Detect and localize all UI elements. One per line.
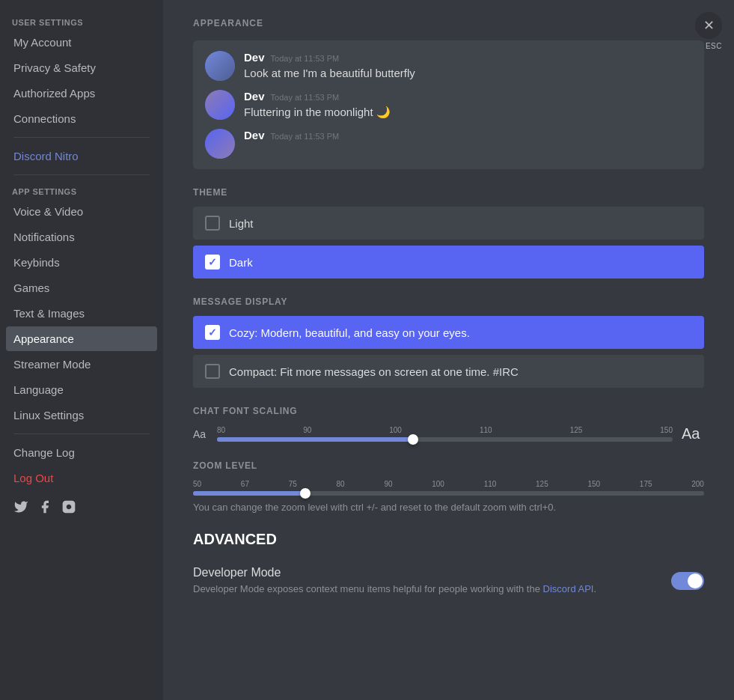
message-header-2: Dev Today at 11:53 PM xyxy=(244,90,692,103)
facebook-icon[interactable] xyxy=(37,499,52,514)
sidebar-divider-3 xyxy=(13,433,150,434)
message-author-1: Dev xyxy=(244,51,265,64)
sidebar-item-voice-video[interactable]: Voice & Video xyxy=(6,199,157,224)
page-title: APPEARANCE xyxy=(193,18,704,28)
chat-message-2: Dev Today at 11:53 PM Fluttering in the … xyxy=(193,85,704,124)
sidebar-item-streamer-mode[interactable]: Streamer Mode xyxy=(6,352,157,377)
chat-message-3: Dev Today at 11:53 PM xyxy=(193,124,704,163)
zoom-slider-ticks: 50 67 75 80 90 100 110 125 150 175 200 xyxy=(193,480,704,488)
font-tick-100: 100 xyxy=(389,426,402,434)
sidebar-item-change-log[interactable]: Change Log xyxy=(6,440,157,465)
font-label-large: Aa xyxy=(682,425,704,442)
twitter-icon[interactable] xyxy=(13,499,28,514)
sidebar-item-privacy-safety[interactable]: Privacy & Safety xyxy=(6,55,157,80)
zoom-tick-67: 67 xyxy=(241,480,249,488)
app-settings-label: APP SETTINGS xyxy=(6,181,157,199)
message-display-section-header: MESSAGE DISPLAY xyxy=(193,296,704,307)
sidebar-divider-1 xyxy=(13,137,150,138)
message-text-2: Fluttering in the moonlight 🌙 xyxy=(244,104,692,120)
cozy-label: Cozy: Modern, beautiful, and easy on you… xyxy=(229,326,470,339)
instagram-icon[interactable] xyxy=(61,499,76,514)
avatar-img-2 xyxy=(205,90,235,120)
developer-mode-desc: Developer Mode exposes context menu item… xyxy=(193,582,596,596)
font-slider-ticks: 80 90 100 110 125 150 xyxy=(217,426,673,434)
message-text-1: Look at me I'm a beautiful butterfly xyxy=(244,65,692,81)
zoom-tick-100: 100 xyxy=(432,480,444,488)
theme-light-label: Light xyxy=(229,217,254,230)
sidebar-item-connections[interactable]: Connections xyxy=(6,106,157,131)
message-content-2: Dev Today at 11:53 PM Fluttering in the … xyxy=(244,90,692,120)
close-button[interactable]: ✕ xyxy=(695,12,722,39)
message-header-3: Dev Today at 11:53 PM xyxy=(244,129,692,141)
cozy-option[interactable]: ✓ Cozy: Modern, beautiful, and easy on y… xyxy=(193,316,704,349)
message-author-3: Dev xyxy=(244,129,265,141)
developer-mode-period: . xyxy=(593,583,596,594)
avatar-1 xyxy=(205,51,235,81)
user-settings-label: USER SETTINGS xyxy=(6,12,157,30)
sidebar-item-games[interactable]: Games xyxy=(6,276,157,300)
zoom-slider-thumb[interactable] xyxy=(300,488,311,499)
font-tick-110: 110 xyxy=(480,426,492,434)
cozy-checkbox[interactable]: ✓ xyxy=(205,325,220,340)
message-author-2: Dev xyxy=(244,90,265,103)
theme-dark-checkbox[interactable]: ✓ xyxy=(205,255,220,270)
compact-checkbox[interactable] xyxy=(205,364,220,379)
theme-section-header: THEME xyxy=(193,187,704,198)
social-icons xyxy=(6,493,157,520)
avatar-img-1 xyxy=(205,51,235,81)
zoom-slider-track[interactable] xyxy=(193,491,704,496)
sidebar-item-log-out[interactable]: Log Out xyxy=(6,466,157,490)
sidebar-item-text-images[interactable]: Text & Images xyxy=(6,301,157,326)
zoom-tick-80: 80 xyxy=(337,480,345,488)
checkmark-cozy: ✓ xyxy=(208,326,217,338)
checkmark-dark: ✓ xyxy=(208,256,217,268)
sidebar-item-my-account[interactable]: My Account xyxy=(6,30,157,55)
message-content-1: Dev Today at 11:53 PM Look at me I'm a b… xyxy=(244,51,692,81)
close-label: ESC xyxy=(706,42,722,50)
font-slider-thumb[interactable] xyxy=(408,434,418,445)
toggle-thumb xyxy=(688,573,703,588)
zoom-section-header: ZOOM LEVEL xyxy=(193,460,704,471)
zoom-note: You can change the zoom level with ctrl … xyxy=(193,502,704,513)
font-slider-track[interactable] xyxy=(217,437,673,442)
developer-mode-toggle[interactable] xyxy=(671,572,704,590)
message-header-1: Dev Today at 11:53 PM xyxy=(244,51,692,64)
avatar-img-3 xyxy=(205,129,235,159)
theme-dark-option[interactable]: ✓ Dark xyxy=(193,246,704,279)
zoom-slider-wrapper: 50 67 75 80 90 100 110 125 150 175 200 xyxy=(193,480,704,496)
developer-mode-title: Developer Mode xyxy=(193,566,596,579)
zoom-tick-50: 50 xyxy=(193,480,201,488)
message-time-2: Today at 11:53 PM xyxy=(271,93,340,102)
font-scaling-container: Aa 80 90 100 110 125 150 Aa xyxy=(193,425,704,442)
zoom-tick-110: 110 xyxy=(484,480,497,488)
compact-option[interactable]: Compact: Fit more messages on screen at … xyxy=(193,355,704,388)
advanced-title: ADVANCED xyxy=(193,531,704,548)
font-scaling-section: CHAT FONT SCALING Aa 80 90 100 110 125 1… xyxy=(193,406,704,442)
discord-api-link[interactable]: Discord API xyxy=(543,583,594,594)
sidebar-item-discord-nitro[interactable]: Discord Nitro xyxy=(6,144,157,168)
sidebar-item-linux-settings[interactable]: Linux Settings xyxy=(6,403,157,427)
developer-mode-desc-text: Developer Mode exposes context menu item… xyxy=(193,583,540,594)
zoom-tick-125: 125 xyxy=(536,480,548,488)
sidebar-divider-2 xyxy=(13,174,150,175)
sidebar-item-keybinds[interactable]: Keybinds xyxy=(6,250,157,275)
zoom-section: ZOOM LEVEL 50 67 75 80 90 100 110 125 15… xyxy=(193,460,704,513)
sidebar-item-appearance[interactable]: Appearance xyxy=(6,326,157,351)
advanced-section: ADVANCED Developer Mode Developer Mode e… xyxy=(193,531,704,602)
developer-mode-item: Developer Mode Developer Mode exposes co… xyxy=(193,560,704,602)
sidebar-item-authorized-apps[interactable]: Authorized Apps xyxy=(6,81,157,106)
theme-dark-label: Dark xyxy=(229,256,253,269)
compact-label: Compact: Fit more messages on screen at … xyxy=(229,365,519,378)
font-tick-125: 125 xyxy=(570,426,583,434)
zoom-tick-150: 150 xyxy=(587,480,600,488)
font-scaling-header: CHAT FONT SCALING xyxy=(193,406,704,416)
avatar-2 xyxy=(205,90,235,120)
sidebar-item-notifications[interactable]: Notifications xyxy=(6,225,157,249)
font-tick-150: 150 xyxy=(660,426,673,434)
theme-light-option[interactable]: Light xyxy=(193,207,704,240)
sidebar-item-language[interactable]: Language xyxy=(6,377,157,402)
message-content-3: Dev Today at 11:53 PM xyxy=(244,129,692,143)
theme-light-checkbox[interactable] xyxy=(205,216,220,231)
font-slider-fill xyxy=(217,437,413,442)
avatar-3 xyxy=(205,129,235,159)
